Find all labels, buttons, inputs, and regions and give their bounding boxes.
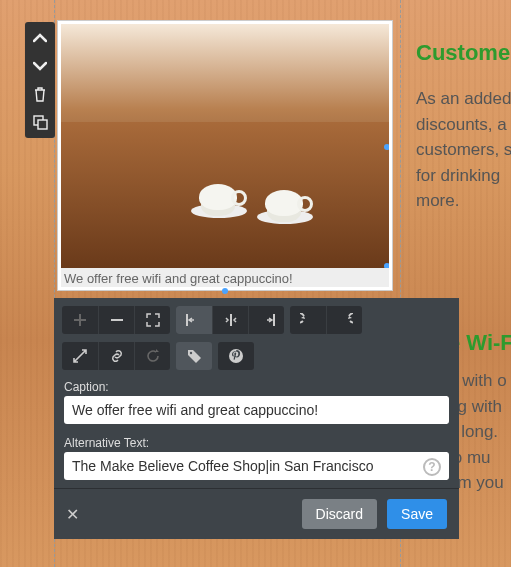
image-caption-display: We offer free wifi and great cappuccino! xyxy=(61,268,389,287)
remove-image-button[interactable] xyxy=(98,306,134,334)
editor-footer: ✕ Discard Save xyxy=(54,488,459,539)
svg-rect-1 xyxy=(38,120,47,129)
block-side-toolbar xyxy=(25,22,55,138)
toolbar-row-2 xyxy=(54,342,459,376)
image-preview[interactable] xyxy=(61,24,389,268)
crop-button[interactable] xyxy=(134,306,170,334)
tag-button[interactable] xyxy=(176,342,212,370)
paragraph-customer: As an added discounts, a customers, s fo… xyxy=(416,86,511,214)
alt-text-label: Alternative Text: xyxy=(54,432,459,452)
move-down-button[interactable] xyxy=(31,58,49,74)
close-icon: ✕ xyxy=(66,506,79,523)
undo-icon xyxy=(300,313,316,327)
caption-label: Caption: xyxy=(54,376,459,396)
copy-icon xyxy=(33,115,48,130)
fullsize-button[interactable] xyxy=(62,342,98,370)
align-right-icon xyxy=(259,313,275,327)
toolbar-row-1 xyxy=(54,298,459,342)
move-up-button[interactable] xyxy=(31,30,49,46)
alt-text-help-button[interactable]: ? xyxy=(423,458,441,476)
resize-handle-right[interactable] xyxy=(384,144,389,150)
align-left-icon xyxy=(186,313,202,327)
link-button[interactable] xyxy=(98,342,134,370)
image-editor-panel: Caption: Alternative Text: ? ✕ Discard S… xyxy=(54,298,459,539)
question-icon: ? xyxy=(428,460,435,474)
close-button[interactable]: ✕ xyxy=(66,505,86,524)
align-center-button[interactable] xyxy=(212,306,248,334)
align-left-button[interactable] xyxy=(176,306,212,334)
duplicate-button[interactable] xyxy=(31,114,49,130)
chevron-up-icon xyxy=(33,33,47,43)
resize-handle-bottom[interactable] xyxy=(222,288,228,294)
alt-text-input[interactable] xyxy=(64,452,449,480)
undo-button[interactable] xyxy=(290,306,326,334)
refresh-button[interactable] xyxy=(134,342,170,370)
discard-button[interactable]: Discard xyxy=(302,499,377,529)
expand-diagonal-icon xyxy=(73,349,87,363)
align-center-icon xyxy=(223,313,239,327)
image-block[interactable]: We offer free wifi and great cappuccino! xyxy=(57,20,393,291)
save-button[interactable]: Save xyxy=(387,499,447,529)
plus-icon xyxy=(73,313,87,327)
link-icon xyxy=(109,349,125,363)
heading-customer: Custome xyxy=(416,40,510,66)
resize-handle-bottom-right[interactable] xyxy=(384,263,389,268)
caption-input[interactable] xyxy=(64,396,449,424)
pinterest-button[interactable] xyxy=(218,342,254,370)
add-image-button[interactable] xyxy=(62,306,98,334)
pinterest-icon xyxy=(228,348,244,364)
arrows-out-icon xyxy=(146,313,160,327)
align-right-button[interactable] xyxy=(248,306,284,334)
redo-button[interactable] xyxy=(326,306,362,334)
chevron-down-icon xyxy=(33,61,47,71)
redo-icon xyxy=(337,313,353,327)
tag-icon xyxy=(187,349,202,363)
trash-icon xyxy=(33,87,47,102)
minus-icon xyxy=(110,313,124,327)
refresh-icon xyxy=(146,349,160,363)
delete-button[interactable] xyxy=(31,86,49,102)
svg-point-2 xyxy=(189,352,191,354)
